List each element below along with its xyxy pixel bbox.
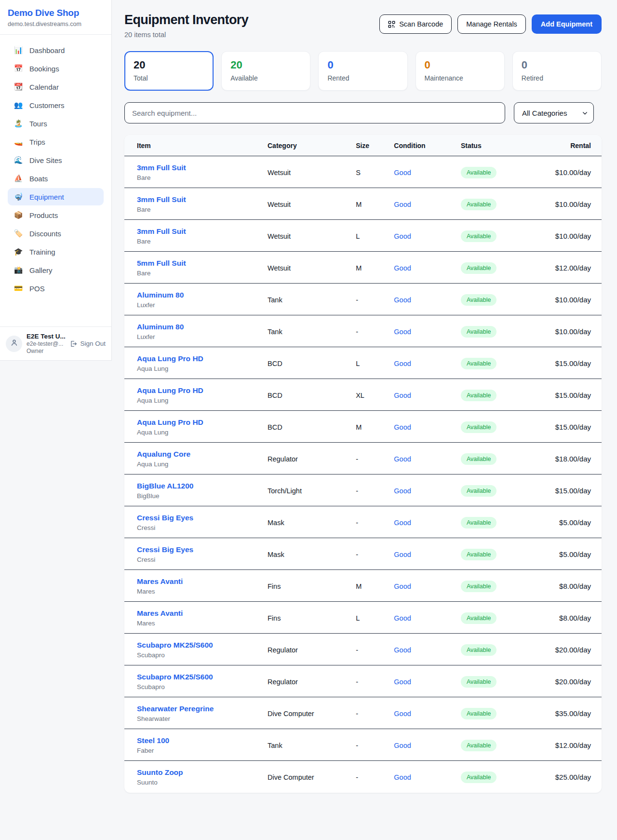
sidebar-item-trips[interactable]: 🚤Trips <box>8 133 104 150</box>
condition-link[interactable]: Good <box>394 614 411 622</box>
table-row[interactable]: Aqua Lung Pro HDAqua LungBCDLGoodAvailab… <box>124 347 602 379</box>
condition-link[interactable]: Good <box>394 169 411 176</box>
item-brand: Aqua Lung <box>137 429 268 436</box>
user-name: E2E Test U... <box>27 333 65 340</box>
sidebar-item-bookings[interactable]: 📅Bookings <box>8 60 104 77</box>
item-brand: Aqua Lung <box>137 461 268 468</box>
item-size: M <box>356 252 394 284</box>
table-row[interactable]: 3mm Full SuitBareWetsuitMGoodAvailable$1… <box>124 188 602 220</box>
rental-price: $12.00/day <box>535 252 602 284</box>
table-row[interactable]: Aqua Lung Pro HDAqua LungBCDXLGoodAvaila… <box>124 379 602 411</box>
item-brand: Bare <box>137 238 268 245</box>
table-row[interactable]: BigBlue AL1200BigBlueTorch/Light-GoodAva… <box>124 474 602 506</box>
sidebar-item-pos[interactable]: 💳POS <box>8 280 104 297</box>
item-name-link[interactable]: Mares Avanti <box>137 609 183 617</box>
sidebar-item-customers[interactable]: 👥Customers <box>8 96 104 114</box>
item-name-link[interactable]: 5mm Full Suit <box>137 259 186 267</box>
rental-price: $8.00/day <box>535 570 602 602</box>
table-row[interactable]: Suunto ZoopSuuntoDive Computer-GoodAvail… <box>124 761 602 793</box>
sidebar-item-calendar[interactable]: 📆Calendar <box>8 78 104 95</box>
item-brand: Aqua Lung <box>137 397 268 404</box>
item-name-link[interactable]: Shearwater Peregrine <box>137 705 214 713</box>
user-meta: E2E Test U... e2e-tester@... Owner <box>27 333 65 354</box>
item-name-link[interactable]: Scubapro MK25/S600 <box>137 641 213 649</box>
item-name-link[interactable]: 3mm Full Suit <box>137 195 186 203</box>
table-row[interactable]: Mares AvantiMaresFinsMGoodAvailable$8.00… <box>124 570 602 602</box>
condition-link[interactable]: Good <box>394 519 411 527</box>
stat-card-available[interactable]: 20Available <box>221 51 310 91</box>
condition-link[interactable]: Good <box>394 328 411 336</box>
item-name-link[interactable]: Suunto Zoop <box>137 768 183 776</box>
item-name-link[interactable]: Aqua Lung Pro HD <box>137 354 203 363</box>
sidebar-item-training[interactable]: 🎓Training <box>8 243 104 260</box>
status-badge: Available <box>461 708 497 719</box>
table-row[interactable]: Mares AvantiMaresFinsLGoodAvailable$8.00… <box>124 602 602 634</box>
condition-link[interactable]: Good <box>394 710 411 718</box>
sidebar-item-dashboard[interactable]: 📊Dashboard <box>8 41 104 59</box>
stat-card-total[interactable]: 20Total <box>124 51 214 91</box>
table-row[interactable]: 3mm Full SuitBareWetsuitLGoodAvailable$1… <box>124 220 602 252</box>
item-name-link[interactable]: Cressi Big Eyes <box>137 514 193 522</box>
condition-link[interactable]: Good <box>394 646 411 654</box>
condition-link[interactable]: Good <box>394 551 411 558</box>
condition-link[interactable]: Good <box>394 455 411 463</box>
item-name-link[interactable]: BigBlue AL1200 <box>137 482 193 490</box>
table-row[interactable]: Cressi Big EyesCressiMask-GoodAvailable$… <box>124 538 602 570</box>
sidebar-item-equipment[interactable]: 🤿Equipment <box>8 188 104 205</box>
condition-link[interactable]: Good <box>394 392 411 399</box>
condition-link[interactable]: Good <box>394 678 411 686</box>
brand-name[interactable]: Demo Dive Shop <box>8 8 104 18</box>
add-equipment-button[interactable]: Add Equipment <box>532 14 602 34</box>
sign-out-button[interactable]: Sign Out <box>69 340 106 348</box>
stat-card-rented[interactable]: 0Rented <box>318 51 407 91</box>
item-name-link[interactable]: Aluminum 80 <box>137 291 184 299</box>
condition-link[interactable]: Good <box>394 773 411 781</box>
table-row[interactable]: Aqualung CoreAqua LungRegulator-GoodAvai… <box>124 443 602 474</box>
stat-card-retired[interactable]: 0Retired <box>512 51 602 91</box>
stat-card-maintenance[interactable]: 0Maintenance <box>416 51 505 91</box>
table-row[interactable]: 3mm Full SuitBareWetsuitSGoodAvailable$1… <box>124 156 602 188</box>
sidebar-item-label: Dashboard <box>29 46 65 54</box>
condition-link[interactable]: Good <box>394 201 411 208</box>
item-name-link[interactable]: Aluminum 80 <box>137 323 184 331</box>
condition-link[interactable]: Good <box>394 360 411 367</box>
table-row[interactable]: Scubapro MK25/S600ScubaproRegulator-Good… <box>124 634 602 665</box>
table-row[interactable]: Aqua Lung Pro HDAqua LungBCDMGoodAvailab… <box>124 411 602 443</box>
sidebar-item-discounts[interactable]: 🏷️Discounts <box>8 225 104 242</box>
table-row[interactable]: Aluminum 80LuxferTank-GoodAvailable$10.0… <box>124 284 602 315</box>
condition-link[interactable]: Good <box>394 264 411 272</box>
item-size: - <box>356 634 394 665</box>
stat-label: Available <box>230 74 301 82</box>
item-name-link[interactable]: 3mm Full Suit <box>137 227 186 235</box>
sidebar-item-boats[interactable]: ⛵Boats <box>8 170 104 187</box>
condition-link[interactable]: Good <box>394 232 411 240</box>
table-row[interactable]: Shearwater PeregrineShearwaterDive Compu… <box>124 697 602 729</box>
condition-link[interactable]: Good <box>394 742 411 749</box>
table-row[interactable]: Cressi Big EyesCressiMask-GoodAvailable$… <box>124 506 602 538</box>
table-row[interactable]: Scubapro MK25/S600ScubaproRegulator-Good… <box>124 665 602 697</box>
table-row[interactable]: Steel 100FaberTank-GoodAvailable$12.00/d… <box>124 729 602 761</box>
item-name-link[interactable]: Steel 100 <box>137 736 169 745</box>
category-select[interactable]: All Categories <box>514 102 594 123</box>
manage-rentals-button[interactable]: Manage Rentals <box>457 14 526 34</box>
sidebar-item-products[interactable]: 📦Products <box>8 206 104 224</box>
item-name-link[interactable]: Aqua Lung Pro HD <box>137 386 203 394</box>
table-row[interactable]: Aluminum 80LuxferTank-GoodAvailable$10.0… <box>124 315 602 347</box>
condition-link[interactable]: Good <box>394 487 411 495</box>
sidebar-item-gallery[interactable]: 📸Gallery <box>8 261 104 279</box>
item-name-link[interactable]: 3mm Full Suit <box>137 163 186 172</box>
condition-link[interactable]: Good <box>394 423 411 431</box>
condition-link[interactable]: Good <box>394 296 411 304</box>
condition-link[interactable]: Good <box>394 583 411 590</box>
item-name-link[interactable]: Aqua Lung Pro HD <box>137 418 203 426</box>
scan-barcode-button[interactable]: Scan Barcode <box>379 14 452 34</box>
search-input[interactable] <box>124 102 505 123</box>
item-name-link[interactable]: Aqualung Core <box>137 450 190 458</box>
sidebar-item-dive-sites[interactable]: 🌊Dive Sites <box>8 151 104 169</box>
item-name-link[interactable]: Scubapro MK25/S600 <box>137 673 213 681</box>
status-badge: Available <box>461 326 497 338</box>
item-name-link[interactable]: Cressi Big Eyes <box>137 545 193 554</box>
sidebar-item-tours[interactable]: 🏝️Tours <box>8 115 104 132</box>
item-name-link[interactable]: Mares Avanti <box>137 577 183 585</box>
table-row[interactable]: 5mm Full SuitBareWetsuitMGoodAvailable$1… <box>124 252 602 284</box>
